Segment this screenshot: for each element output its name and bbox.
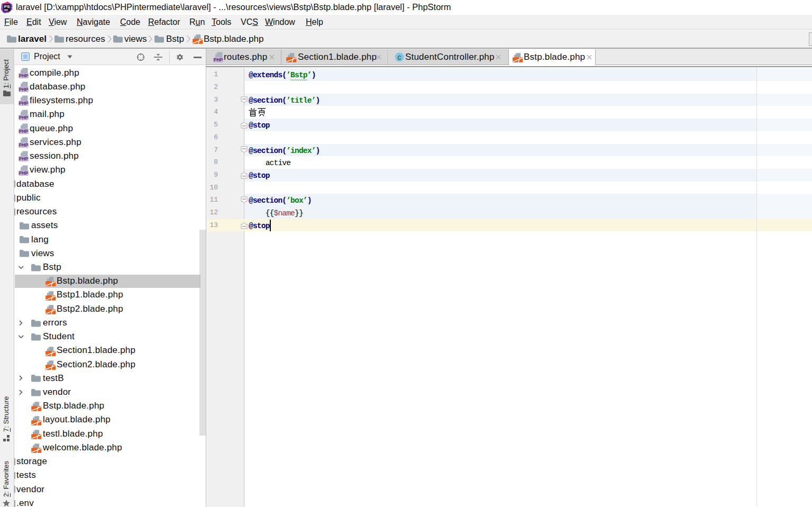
svg-text:PHP: PHP bbox=[19, 114, 29, 120]
svg-text:PHP: PHP bbox=[19, 170, 29, 175]
svg-text:c: c bbox=[398, 52, 402, 61]
svg-text:PHP: PHP bbox=[19, 129, 29, 134]
svg-text:PHP: PHP bbox=[19, 142, 29, 148]
svg-text:PS: PS bbox=[4, 4, 10, 9]
svg-text:PHP: PHP bbox=[19, 73, 29, 78]
svg-text:PHP: PHP bbox=[214, 57, 223, 62]
svg-text:PHP: PHP bbox=[19, 101, 29, 106]
svg-text:PHP: PHP bbox=[19, 87, 29, 92]
svg-text:PHP: PHP bbox=[19, 156, 29, 161]
